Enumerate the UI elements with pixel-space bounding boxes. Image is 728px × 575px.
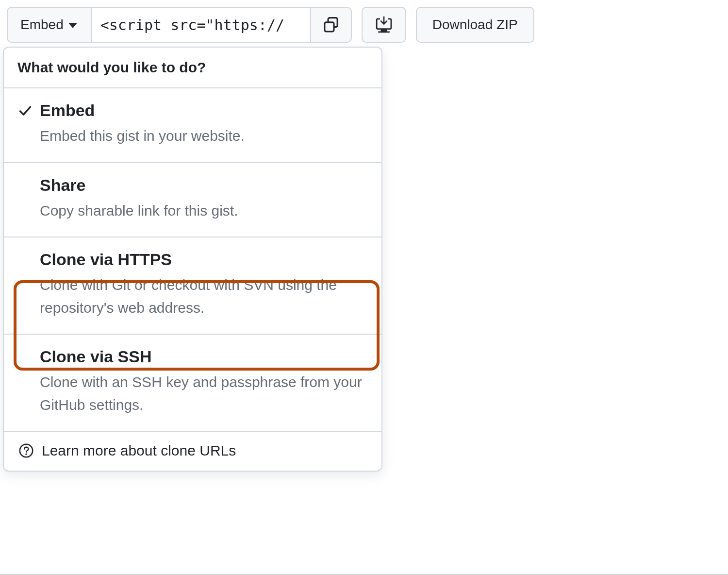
menu-item-share[interactable]: Share Copy sharable link for this gist.: [4, 163, 381, 238]
desktop-download-icon: [375, 16, 393, 34]
learn-more-text: Learn more about clone URLs: [42, 442, 236, 459]
download-zip-button[interactable]: Download ZIP: [416, 7, 534, 43]
learn-more-link[interactable]: Learn more about clone URLs: [4, 432, 381, 471]
embed-script-input[interactable]: [92, 7, 310, 43]
item-body: Share Copy sharable link for this gist.: [40, 176, 368, 222]
embed-label: Embed: [20, 17, 64, 33]
item-title: Clone via HTTPS: [40, 250, 368, 269]
item-body: Embed Embed this gist in your website.: [40, 101, 368, 148]
item-desc: Clone with Git or checkout with SVN usin…: [40, 274, 368, 319]
popover-heading: What would you like to do?: [4, 48, 381, 88]
item-body: Clone via SSH Clone with an SSH key and …: [40, 347, 368, 416]
download-zip-label: Download ZIP: [432, 17, 518, 33]
svg-point-3: [25, 454, 27, 455]
desktop-download-button[interactable]: [362, 7, 406, 43]
copy-icon: [323, 17, 339, 33]
check-column: [17, 101, 33, 148]
item-body: Clone via HTTPS Clone with Git or checko…: [40, 250, 368, 319]
copy-button[interactable]: [310, 7, 352, 43]
question-circle-icon: [18, 443, 34, 458]
check-column: [17, 176, 33, 222]
toolbar: Embed Download ZIP: [7, 7, 721, 43]
menu-item-embed[interactable]: Embed Embed this gist in your website.: [4, 88, 381, 163]
item-title: Embed: [40, 101, 368, 120]
item-title: Clone via SSH: [40, 347, 368, 366]
caret-down-icon: [68, 23, 77, 28]
svg-rect-1: [325, 22, 334, 32]
item-title: Share: [40, 176, 368, 195]
embed-group: Embed: [7, 7, 352, 43]
menu-item-clone-https[interactable]: Clone via HTTPS Clone with Git or checko…: [4, 237, 381, 335]
embed-options-popover: What would you like to do? Embed Embed t…: [3, 47, 382, 472]
check-icon: [18, 104, 32, 118]
check-column: [17, 347, 33, 416]
item-desc: Embed this gist in your website.: [40, 125, 368, 148]
check-column: [17, 250, 33, 319]
item-desc: Copy sharable link for this gist.: [40, 200, 368, 222]
menu-item-clone-ssh[interactable]: Clone via SSH Clone with an SSH key and …: [4, 335, 381, 432]
embed-dropdown-button[interactable]: Embed: [7, 7, 92, 43]
item-desc: Clone with an SSH key and passphrase fro…: [40, 371, 368, 416]
